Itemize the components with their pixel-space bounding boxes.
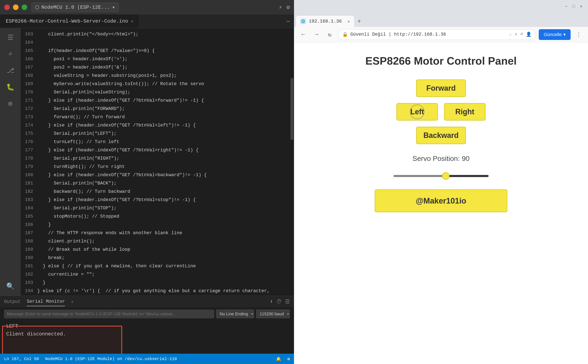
maker-badge[interactable]: @Maker101io	[375, 189, 507, 212]
bookmark-icon[interactable]: ☆	[509, 32, 512, 37]
reload-button[interactable]: ↻	[325, 29, 335, 40]
line-code: } else if (header.indexOf("GET /?btnVal=…	[37, 146, 294, 155]
sidebar-icon-extensions[interactable]: ⊞	[5, 98, 16, 109]
user-icon[interactable]: 👤	[526, 32, 531, 37]
left-button-motor[interactable]: Left	[396, 103, 438, 121]
title-bar-actions: ⚡ ⚙	[279, 4, 290, 11]
file-tab[interactable]: ESP8266-Motor-Control-Web-Server-Code.in…	[0, 14, 140, 28]
browser-tabs: 🌐 192.168.1.36 ✕ +	[294, 13, 588, 27]
line-number: 178	[21, 155, 37, 163]
baud-rate-select[interactable]: 115200 baud	[256, 310, 290, 318]
motor-panel-title: ESP8266 Motor Control Panel	[365, 55, 517, 67]
line-code: Serial.println("FORWARD");	[37, 105, 294, 113]
line-number: 168	[21, 72, 37, 80]
address-bar[interactable]: 🔒 Güvenli Değil | http://192.168.1.36 ☆ …	[338, 29, 536, 40]
serial-monitor-close[interactable]: ✕	[71, 299, 73, 304]
code-line: 174 } else if (header.indexOf("GET /?btn…	[21, 121, 294, 130]
line-number: 169	[21, 80, 37, 88]
browser-new-tab-button[interactable]: +	[354, 16, 364, 27]
line-number: 181	[21, 179, 37, 188]
browser-tab-active[interactable]: 🌐 192.168.1.36 ✕	[296, 16, 354, 27]
line-number: 165	[21, 47, 37, 55]
code-line: 182 backward(); // Turn backward	[21, 188, 294, 196]
backward-button-motor[interactable]: Backward	[416, 127, 466, 144]
status-bar-device: NodeMCU 1.0 (ESP-12E Module) on /dev/cu.…	[45, 357, 177, 361]
status-bar-bell: 🔔	[276, 356, 281, 362]
scrollbar-thumb[interactable]	[291, 78, 293, 140]
minimize-button[interactable]	[13, 4, 19, 10]
code-line: 185 stopMotors(); // Stopped	[21, 212, 294, 221]
title-bar: ⬡ NodeMCU 1.0 (ESP-12E... ▾ ⚡ ⚙	[0, 0, 294, 14]
browser-minimize-btn[interactable]: —	[563, 4, 569, 9]
close-button[interactable]	[4, 4, 10, 10]
browser-panel: — □ ✕ 🌐 192.168.1.36 ✕ + ← → ↻ 🔒 Güvenli…	[294, 0, 588, 364]
reader-icon[interactable]: ≡	[520, 32, 523, 37]
share-icon[interactable]: ⬆	[515, 32, 517, 37]
line-code: backward(); // Turn backward	[37, 188, 294, 196]
output-tab[interactable]: Output	[4, 298, 20, 306]
line-number: 190	[21, 254, 37, 262]
browser-title-bar: — □ ✕	[294, 0, 588, 13]
line-code: } else if (c != '\r') { // if you got an…	[37, 287, 294, 295]
line-code: pos1 = header.indexOf('=');	[37, 55, 294, 63]
sidebar-icons: ☰ ⌕ ⎇ 🐛 ⊞ 🔍	[0, 28, 21, 296]
code-line: 165 if(header.indexOf("GET /?value=")>=0…	[21, 47, 294, 55]
device-label: NodeMCU 1.0 (ESP-12E...	[41, 5, 110, 10]
line-code: } else if (header.indexOf("GET /?btnVal=…	[37, 121, 294, 130]
forward-button[interactable]: →	[311, 29, 322, 40]
code-line: 179 turnRight(); // Turn right	[21, 163, 294, 171]
line-number: 183	[21, 196, 37, 204]
maximize-button[interactable]	[21, 4, 27, 10]
browser-tab-close-icon[interactable]: ✕	[347, 19, 350, 24]
sidebar-icon-search[interactable]: ⌕	[5, 49, 16, 59]
line-number: 172	[21, 105, 37, 113]
servo-slider-thumb[interactable]	[442, 172, 450, 180]
address-bar-icons: ☆ ⬆ ≡ 👤	[509, 32, 531, 37]
bottom-icon-clock[interactable]: ⏱	[276, 298, 282, 305]
sidebar-icon-git[interactable]: ⎇	[5, 65, 16, 76]
serial-output: LEFT Client disconnected.	[4, 322, 290, 338]
servo-slider-track[interactable]	[393, 175, 489, 177]
line-number: 195	[21, 295, 37, 296]
bottom-icon-down[interactable]: ⬇	[270, 298, 273, 305]
code-editor[interactable]: 163 client.println("</body></html>");164…	[21, 28, 294, 296]
bottom-icon-list[interactable]: ☰	[285, 298, 290, 305]
signal-icon[interactable]: ⚡	[279, 4, 282, 11]
line-number: 163	[21, 30, 37, 39]
right-label: Right	[455, 107, 474, 116]
serial-message-input[interactable]	[4, 310, 214, 318]
settings-icon[interactable]: ⚙	[286, 4, 290, 11]
device-selector[interactable]: ⬡ NodeMCU 1.0 (ESP-12E... ▾	[32, 2, 119, 12]
code-line: 192 currentLine = "";	[21, 270, 294, 279]
right-button-motor[interactable]: Right	[444, 103, 485, 121]
sidebar-icon-search-bottom[interactable]: 🔍	[5, 281, 16, 292]
code-line: 180 } else if (header.indexOf("GET /?btn…	[21, 171, 294, 179]
line-code: turnRight(); // Turn right	[37, 163, 294, 171]
status-bar-layout: ⊞	[287, 356, 290, 362]
line-code: turnLeft(); // Turn left	[37, 138, 294, 146]
browser-close-btn[interactable]: ✕	[578, 4, 584, 9]
sidebar-icon-debug[interactable]: 🐛	[5, 82, 16, 92]
line-code: break;	[37, 254, 294, 262]
back-button[interactable]: ←	[298, 29, 309, 40]
browser-more-options[interactable]: ⋮	[574, 29, 584, 40]
line-code: }	[37, 221, 294, 229]
serial-monitor-tab[interactable]: Serial Monitor	[27, 297, 65, 306]
line-number: 187	[21, 229, 37, 237]
status-bar-right: 🔔 ⊞	[276, 356, 290, 362]
line-code: } else if (header.indexOf("GET /?btnVal=…	[37, 171, 294, 179]
scrollbar-track[interactable]	[290, 28, 294, 296]
tab-close-icon[interactable]: ✕	[131, 19, 134, 24]
update-button[interactable]: Güncelle ▾	[539, 29, 571, 40]
code-line: 170 Serial.println(valueString);	[21, 88, 294, 97]
forward-button-motor[interactable]: Forward	[416, 79, 466, 97]
serial-line-1: LEFT	[6, 322, 290, 330]
sidebar-icon-files[interactable]: ☰	[5, 32, 16, 43]
no-line-ending-select[interactable]: No Line Ending	[216, 310, 254, 318]
control-row: Left Right	[396, 103, 485, 121]
update-button-label: Güncelle	[544, 32, 562, 37]
code-line: 190 break;	[21, 254, 294, 262]
line-number: 171	[21, 97, 37, 105]
browser-maximize-btn[interactable]: □	[571, 4, 576, 9]
tab-more-icon[interactable]: ⋯	[286, 18, 294, 25]
